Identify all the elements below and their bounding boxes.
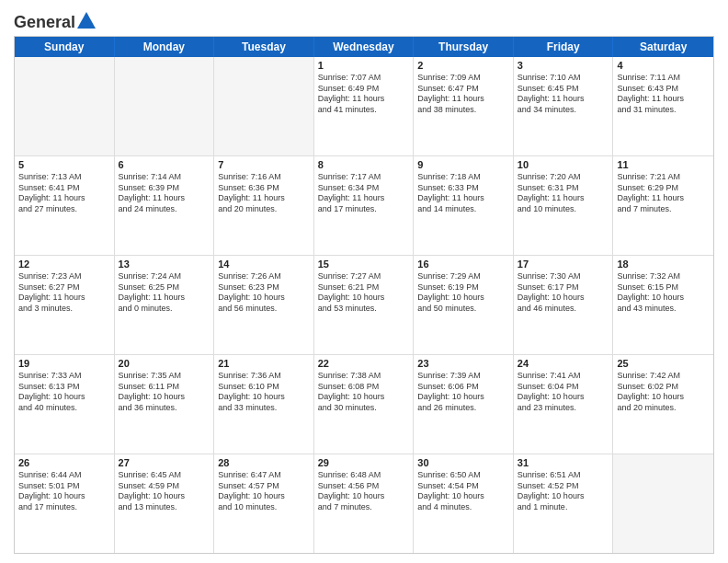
cell-line: and 13 minutes. xyxy=(119,502,210,513)
logo: General xyxy=(14,13,96,30)
cell-line: Daylight: 10 hours xyxy=(518,293,609,304)
cell-line: Sunrise: 7:16 AM xyxy=(218,172,310,183)
cell-line: and 4 minutes. xyxy=(417,502,509,513)
cell-line: Daylight: 11 hours xyxy=(518,94,609,105)
cell-line: Daylight: 10 hours xyxy=(119,392,210,403)
cell-line: Sunset: 6:45 PM xyxy=(518,84,609,95)
cell-line: Daylight: 10 hours xyxy=(218,392,310,403)
cell-line: Sunrise: 6:45 AM xyxy=(119,470,210,481)
day-number: 26 xyxy=(18,457,110,468)
cell-line: and 10 minutes. xyxy=(518,204,609,215)
cell-line: Sunset: 6:10 PM xyxy=(218,382,310,393)
day-number: 5 xyxy=(18,159,110,170)
day-cell-30: 30Sunrise: 6:50 AMSunset: 4:54 PMDayligh… xyxy=(414,454,514,553)
day-cell-23: 23Sunrise: 7:39 AMSunset: 6:06 PMDayligh… xyxy=(414,355,514,454)
cell-line: Sunset: 6:49 PM xyxy=(318,84,410,95)
cell-line: Sunset: 6:27 PM xyxy=(18,282,110,293)
day-number: 19 xyxy=(18,358,110,369)
day-cell-12: 12Sunrise: 7:23 AMSunset: 6:27 PMDayligh… xyxy=(15,256,115,354)
cell-line: Sunrise: 7:33 AM xyxy=(18,371,110,382)
cell-line: Sunset: 6:39 PM xyxy=(119,183,210,194)
cell-line: and 23 minutes. xyxy=(518,403,609,414)
day-number: 18 xyxy=(617,259,710,270)
cell-line: Daylight: 10 hours xyxy=(417,491,509,502)
cell-line: Sunset: 6:06 PM xyxy=(417,382,509,393)
header-day-sunday: Sunday xyxy=(15,37,115,57)
day-number: 15 xyxy=(318,259,410,270)
cell-line: Sunset: 4:56 PM xyxy=(318,481,410,492)
cell-line: and 56 minutes. xyxy=(218,304,310,315)
svg-marker-0 xyxy=(77,12,96,29)
cell-line: Sunset: 6:41 PM xyxy=(18,183,110,194)
cell-line: Daylight: 11 hours xyxy=(318,193,410,204)
day-number: 17 xyxy=(518,259,609,270)
header-day-wednesday: Wednesday xyxy=(314,37,415,57)
day-cell-13: 13Sunrise: 7:24 AMSunset: 6:25 PMDayligh… xyxy=(115,256,215,354)
cell-line: Sunrise: 7:41 AM xyxy=(518,371,609,382)
cell-line: Daylight: 11 hours xyxy=(617,193,710,204)
cell-line: Sunset: 6:36 PM xyxy=(218,183,310,194)
day-number: 10 xyxy=(518,159,609,170)
day-number: 20 xyxy=(119,358,210,369)
cell-line: Sunrise: 6:48 AM xyxy=(318,470,410,481)
cell-line: and 17 minutes. xyxy=(318,204,410,215)
cell-line: Sunrise: 7:09 AM xyxy=(417,73,509,84)
cell-line: Sunset: 6:29 PM xyxy=(617,183,710,194)
cell-line: Sunset: 6:25 PM xyxy=(119,282,210,293)
day-cell-10: 10Sunrise: 7:20 AMSunset: 6:31 PMDayligh… xyxy=(514,156,614,255)
day-number: 22 xyxy=(318,358,410,369)
day-cell-1: 1Sunrise: 7:07 AMSunset: 6:49 PMDaylight… xyxy=(314,57,415,155)
day-cell-9: 9Sunrise: 7:18 AMSunset: 6:33 PMDaylight… xyxy=(414,156,514,255)
cell-line: Daylight: 10 hours xyxy=(318,491,410,502)
cell-line: Daylight: 10 hours xyxy=(417,293,509,304)
cell-line: Sunrise: 7:18 AM xyxy=(417,172,509,183)
cell-line: Sunset: 6:33 PM xyxy=(417,183,509,194)
day-cell-8: 8Sunrise: 7:17 AMSunset: 6:34 PMDaylight… xyxy=(314,156,415,255)
cell-line: and 50 minutes. xyxy=(417,304,509,315)
cell-line: Sunset: 6:31 PM xyxy=(518,183,609,194)
day-cell-15: 15Sunrise: 7:27 AMSunset: 6:21 PMDayligh… xyxy=(314,256,415,354)
day-number: 8 xyxy=(318,159,410,170)
cell-line: Sunrise: 6:51 AM xyxy=(518,470,609,481)
page: General SundayMondayTuesdayWednesdayThur… xyxy=(0,0,728,563)
calendar-header: SundayMondayTuesdayWednesdayThursdayFrid… xyxy=(15,37,713,57)
cell-line: Sunset: 6:13 PM xyxy=(18,382,110,393)
cell-line: and 46 minutes. xyxy=(518,304,609,315)
cell-line: Sunset: 5:01 PM xyxy=(18,481,110,492)
day-number: 6 xyxy=(119,159,210,170)
cell-line: and 3 minutes. xyxy=(18,304,110,315)
day-cell-31: 31Sunrise: 6:51 AMSunset: 4:52 PMDayligh… xyxy=(514,454,614,553)
header-day-saturday: Saturday xyxy=(613,37,713,57)
cell-line: Sunset: 6:43 PM xyxy=(617,84,710,95)
cell-line: Daylight: 10 hours xyxy=(518,491,609,502)
cell-line: Sunset: 6:23 PM xyxy=(218,282,310,293)
cell-line: Sunset: 6:08 PM xyxy=(318,382,410,393)
day-cell-29: 29Sunrise: 6:48 AMSunset: 4:56 PMDayligh… xyxy=(314,454,415,553)
cell-line: Daylight: 11 hours xyxy=(417,193,509,204)
day-cell-2: 2Sunrise: 7:09 AMSunset: 6:47 PMDaylight… xyxy=(414,57,514,155)
cell-line: and 0 minutes. xyxy=(119,304,210,315)
cell-line: Sunrise: 7:30 AM xyxy=(518,271,609,282)
cell-line: Sunset: 6:34 PM xyxy=(318,183,410,194)
cell-line: Sunrise: 7:10 AM xyxy=(518,73,609,84)
cell-line: and 7 minutes. xyxy=(617,204,710,215)
calendar-body: 1Sunrise: 7:07 AMSunset: 6:49 PMDaylight… xyxy=(15,57,713,553)
day-number: 7 xyxy=(218,159,310,170)
cell-line: Sunset: 6:21 PM xyxy=(318,282,410,293)
cell-line: Daylight: 11 hours xyxy=(318,94,410,105)
cell-line: Sunrise: 7:26 AM xyxy=(218,271,310,282)
cell-line: Daylight: 10 hours xyxy=(218,491,310,502)
cell-line: Sunset: 6:11 PM xyxy=(119,382,210,393)
day-cell-11: 11Sunrise: 7:21 AMSunset: 6:29 PMDayligh… xyxy=(613,156,713,255)
day-cell-27: 27Sunrise: 6:45 AMSunset: 4:59 PMDayligh… xyxy=(115,454,215,553)
cell-line: Sunset: 4:57 PM xyxy=(218,481,310,492)
cell-line: Daylight: 10 hours xyxy=(119,491,210,502)
day-cell-19: 19Sunrise: 7:33 AMSunset: 6:13 PMDayligh… xyxy=(15,355,115,454)
day-cell-4: 4Sunrise: 7:11 AMSunset: 6:43 PMDaylight… xyxy=(613,57,713,155)
cell-line: Sunset: 6:02 PM xyxy=(617,382,710,393)
day-cell-28: 28Sunrise: 6:47 AMSunset: 4:57 PMDayligh… xyxy=(214,454,314,553)
header: General xyxy=(14,9,714,30)
cell-line: Daylight: 11 hours xyxy=(119,193,210,204)
header-day-friday: Friday xyxy=(514,37,614,57)
header-day-tuesday: Tuesday xyxy=(214,37,314,57)
